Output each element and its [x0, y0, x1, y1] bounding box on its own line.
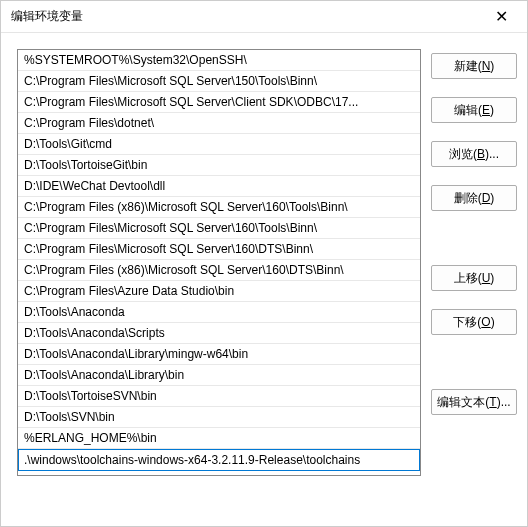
browse-button[interactable]: 浏览(B)... — [431, 141, 517, 167]
path-listbox[interactable]: %SYSTEMROOT%\System32\OpenSSH\C:\Program… — [18, 50, 420, 475]
window-title: 编辑环境变量 — [11, 8, 481, 25]
path-entry[interactable]: D:\Tools\SVN\bin — [18, 407, 420, 428]
path-entry[interactable]: C:\Program Files (x86)\Microsoft SQL Ser… — [18, 260, 420, 281]
path-entry[interactable]: .\windows\toolchains-windows-x64-3.2.11.… — [18, 449, 420, 471]
path-entry[interactable]: C:\Program Files (x86)\Microsoft SQL Ser… — [18, 197, 420, 218]
path-entry[interactable]: D:\Tools\TortoiseGit\bin — [18, 155, 420, 176]
path-entry[interactable]: D:\Tools\Git\cmd — [18, 134, 420, 155]
path-entry[interactable]: C:\Program Files\Microsoft SQL Server\15… — [18, 71, 420, 92]
move-up-button[interactable]: 上移(U) — [431, 265, 517, 291]
path-entry[interactable]: D:\Tools\TortoiseSVN\bin — [18, 386, 420, 407]
dialog-body: %SYSTEMROOT%\System32\OpenSSH\C:\Program… — [1, 33, 527, 486]
move-down-button[interactable]: 下移(O) — [431, 309, 517, 335]
path-entry[interactable]: C:\Program Files\Microsoft SQL Server\Cl… — [18, 92, 420, 113]
titlebar: 编辑环境变量 ✕ — [1, 1, 527, 33]
edit-button[interactable]: 编辑(E) — [431, 97, 517, 123]
path-entry[interactable]: D:\IDE\WeChat Devtool\dll — [18, 176, 420, 197]
path-entry[interactable]: %ERLANG_HOME%\bin — [18, 428, 420, 449]
env-var-edit-dialog: 编辑环境变量 ✕ %SYSTEMROOT%\System32\OpenSSH\C… — [0, 0, 528, 527]
edit-text-button[interactable]: 编辑文本(T)... — [431, 389, 517, 415]
new-button[interactable]: 新建(N) — [431, 53, 517, 79]
path-entry[interactable]: C:\Program Files\dotnet\ — [18, 113, 420, 134]
path-entry[interactable]: D:\Tools\Anaconda — [18, 302, 420, 323]
path-list-panel: %SYSTEMROOT%\System32\OpenSSH\C:\Program… — [17, 49, 421, 476]
path-entry[interactable]: D:\Tools\Anaconda\Library\bin — [18, 365, 420, 386]
close-button[interactable]: ✕ — [481, 3, 521, 31]
path-entry[interactable]: D:\Tools\Anaconda\Library\mingw-w64\bin — [18, 344, 420, 365]
dialog-footer — [1, 486, 527, 526]
close-icon: ✕ — [495, 7, 508, 26]
path-entry[interactable]: D:\Tools\Anaconda\Scripts — [18, 323, 420, 344]
path-entry[interactable]: C:\Program Files\Microsoft SQL Server\16… — [18, 218, 420, 239]
delete-button[interactable]: 删除(D) — [431, 185, 517, 211]
side-buttons: 新建(N) 编辑(E) 浏览(B)... 删除(D) 上移(U) 下移(O) 编… — [431, 49, 517, 476]
path-entry[interactable]: %SYSTEMROOT%\System32\OpenSSH\ — [18, 50, 420, 71]
path-entry[interactable]: C:\Program Files\Microsoft SQL Server\16… — [18, 239, 420, 260]
path-entry[interactable]: C:\Program Files\Azure Data Studio\bin — [18, 281, 420, 302]
